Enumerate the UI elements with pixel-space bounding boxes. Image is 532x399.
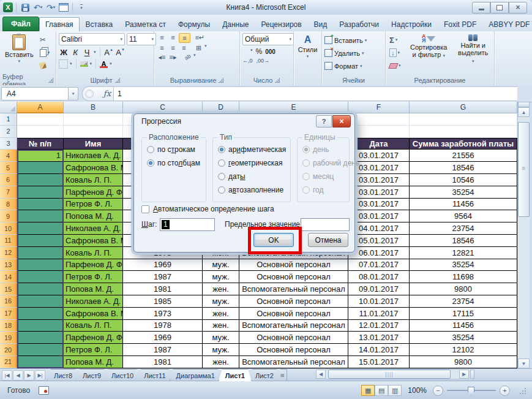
row-header-13[interactable]: 13 — [0, 259, 17, 272]
cell-A19[interactable] — [17, 332, 64, 344]
cell-E16[interactable]: Основной персонал — [239, 295, 348, 308]
cell-C15[interactable]: 1981 — [123, 283, 203, 295]
font-size-combo[interactable]: 11▾ — [127, 33, 156, 45]
location-option-0[interactable]: по строкам — [147, 145, 206, 154]
cell-B4[interactable]: Николаев А. Д. — [64, 150, 123, 162]
normal-view-icon[interactable]: ▦ — [361, 385, 375, 396]
horizontal-scrollbar-thumb[interactable]: |||| — [328, 370, 451, 379]
cell-G15[interactable]: 9800 — [410, 283, 517, 295]
cell-D13[interactable]: муж. — [203, 259, 239, 272]
cell-F16[interactable]: 10.01.2017 — [348, 295, 410, 308]
column-header-E[interactable]: E — [239, 102, 348, 113]
cell-G13[interactable]: 35254 — [410, 259, 517, 272]
cell-B8[interactable]: Петров Ф. Л. — [64, 199, 123, 211]
cell-B15[interactable]: Попова М. Д. — [64, 283, 123, 295]
tab-ABBYY PDF T[interactable]: ABBYY PDF T — [482, 17, 532, 31]
limit-input[interactable] — [301, 218, 350, 231]
cell-B18[interactable]: Коваль Л. П. — [64, 320, 123, 332]
borders-button[interactable] — [59, 59, 68, 69]
zoom-slider[interactable] — [447, 390, 496, 391]
decrease-decimal-button[interactable]: ,00→ — [257, 58, 270, 64]
column-header-D[interactable]: D — [203, 102, 239, 113]
tab-Foxit PDF[interactable]: Foxit PDF — [438, 17, 482, 31]
format-painter-button[interactable] — [39, 60, 53, 71]
cell-G11[interactable]: 18546 — [410, 235, 517, 247]
italic-button[interactable]: К — [70, 48, 80, 57]
cell-A6[interactable] — [17, 174, 64, 186]
cell-G1[interactable] — [410, 113, 517, 126]
radio-icon[interactable] — [147, 159, 154, 167]
font-name-combo[interactable]: Calibri▾ — [59, 33, 125, 45]
radio-icon[interactable] — [218, 173, 225, 180]
row-header-2[interactable]: 2 — [0, 126, 17, 138]
tab-Формулы[interactable]: Формулы — [172, 17, 216, 31]
cell-C18[interactable]: 1978 — [123, 320, 203, 332]
cell-E13[interactable]: Основной персонал — [239, 259, 348, 272]
cell-G16[interactable]: 23754 — [410, 295, 517, 308]
increase-indent-button[interactable]: ≡▸ — [168, 53, 178, 61]
cell-F14[interactable]: 08.01.2017 — [348, 271, 410, 283]
checkbox-icon[interactable] — [141, 205, 149, 213]
cell-C19[interactable]: 1969 — [123, 332, 203, 344]
row-header-11[interactable]: 11 — [0, 235, 17, 247]
cell-B14[interactable]: Петров Ф. Л. — [64, 271, 123, 283]
column-header-C[interactable]: C — [123, 102, 203, 113]
row-header-12[interactable]: 12 — [0, 247, 17, 259]
cell-G2[interactable] — [410, 126, 517, 138]
cell-B10[interactable]: Николаев А. Д. — [64, 222, 123, 235]
cell-G21[interactable]: 9800 — [410, 356, 517, 368]
cell-A20[interactable] — [17, 344, 64, 356]
tab-split-handle[interactable] — [470, 370, 474, 379]
row-header-15[interactable]: 15 — [0, 283, 17, 295]
cell-C17[interactable]: 1973 — [123, 308, 203, 320]
dialog-launcher-icon[interactable] — [219, 78, 223, 83]
scroll-down-icon[interactable]: ▼ — [518, 359, 530, 368]
row-header-16[interactable]: 16 — [0, 295, 17, 308]
first-sheet-icon[interactable]: |◀ — [2, 370, 12, 381]
cell-G8[interactable]: 11456 — [410, 199, 517, 211]
clear-button[interactable]: ▾ — [388, 60, 403, 71]
font-color-button[interactable]: А — [100, 60, 108, 68]
increase-decimal-button[interactable]: ←,0 — [242, 58, 253, 64]
increase-font-button[interactable]: А▲ — [104, 48, 114, 57]
insert-function-area[interactable]: ƒx — [82, 86, 113, 101]
restore-button[interactable] — [490, 2, 509, 13]
cell-B21[interactable]: Попова М. Д. — [64, 356, 123, 368]
cell-G7[interactable]: 35254 — [410, 186, 517, 199]
number-format-combo[interactable]: Общий▾ — [242, 33, 294, 45]
cell-A5[interactable] — [17, 162, 64, 174]
column-header-F[interactable]: F — [348, 102, 410, 113]
type-option-2[interactable]: даты — [218, 172, 290, 181]
sheet-tab-Лист11[interactable]: Лист11 — [137, 369, 172, 381]
type-option-0[interactable]: арифметическая — [218, 145, 290, 154]
minimize-button[interactable] — [472, 2, 490, 13]
row-header-4[interactable]: 4 — [0, 150, 17, 162]
cell-F8[interactable]: 03.01.2017 — [348, 199, 410, 211]
tab-Рецензиров[interactable]: Рецензиров — [255, 17, 307, 31]
borders-dropdown-icon[interactable]: ▾ — [70, 61, 72, 66]
cancel-button[interactable]: Отмена — [308, 233, 348, 247]
radio-icon[interactable] — [218, 146, 225, 153]
radio-icon[interactable] — [147, 146, 154, 153]
paste-button[interactable]: Вставить ▾ — [2, 33, 36, 65]
row-header-9[interactable]: 9 — [0, 210, 17, 222]
row-header-10[interactable]: 10 — [0, 222, 17, 235]
comma-style-button[interactable]: 000 — [265, 48, 275, 55]
dialog-launcher-icon[interactable] — [115, 78, 120, 83]
tab-Файл[interactable]: Файл — [2, 17, 39, 31]
cell-B9[interactable]: Попова М. Д. — [64, 210, 123, 222]
cell-B1[interactable] — [64, 113, 123, 126]
cell-C20[interactable]: 1987 — [123, 344, 203, 356]
tab-Разработчи[interactable]: Разработчи — [333, 17, 385, 31]
cell-A2[interactable] — [17, 126, 64, 138]
cell-A7[interactable] — [17, 186, 64, 199]
font-color-dropdown-icon[interactable]: ▾ — [110, 61, 112, 66]
zoom-slider-thumb[interactable] — [468, 387, 474, 395]
cell-E19[interactable]: Основной персонал — [239, 332, 348, 344]
cell-F19[interactable]: 13.01.2017 — [348, 332, 410, 344]
bold-button[interactable]: Ж — [59, 48, 69, 57]
row-header-21[interactable]: 21 — [0, 356, 17, 368]
tab-Вид[interactable]: Вид — [308, 17, 334, 31]
underline-dropdown-icon[interactable]: ▾ — [94, 50, 96, 55]
row-header-7[interactable]: 7 — [0, 186, 17, 199]
